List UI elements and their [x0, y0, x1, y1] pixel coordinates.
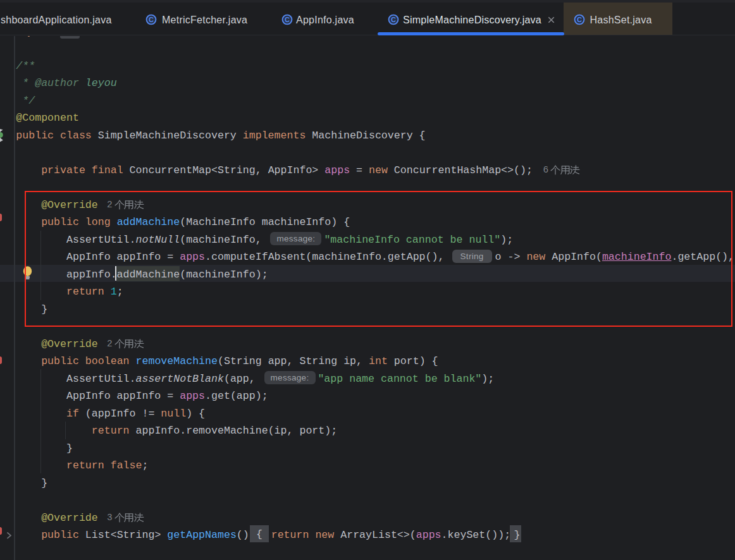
svg-text:C: C [285, 16, 290, 23]
svg-text:C: C [577, 16, 582, 23]
svg-text:C: C [149, 16, 154, 23]
svg-text:C: C [391, 16, 396, 23]
